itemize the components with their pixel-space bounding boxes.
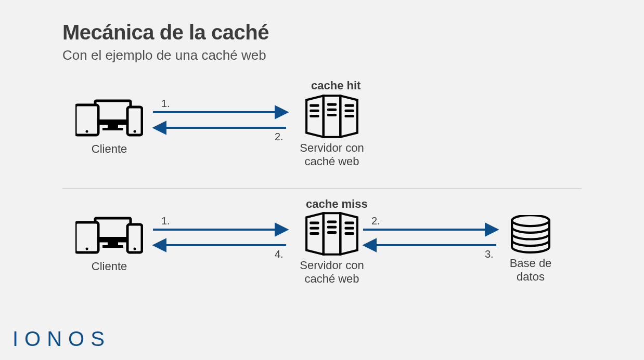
cache-miss-panel: cache miss Cliente Servidor con caché we…	[62, 189, 644, 309]
hit-step-1: 1.	[161, 98, 170, 110]
miss-step-3: 3.	[485, 248, 494, 260]
brand-logo: IONOS	[12, 327, 111, 351]
client-node-2: Cliente	[73, 215, 146, 273]
devices-icon	[75, 98, 143, 139]
server-node: Servidor con caché web	[290, 95, 373, 169]
db-label: Base de datos	[499, 257, 562, 284]
cache-miss-label: cache miss	[306, 197, 368, 211]
miss-arrows-right	[361, 222, 500, 254]
diagram-page: Mecánica de la caché Con el ejemplo de u…	[0, 0, 644, 360]
miss-step-1: 1.	[161, 215, 170, 227]
db-node: Base de datos	[499, 215, 562, 284]
page-subtitle: Con el ejemplo de una caché web	[62, 47, 644, 63]
server-label: Servidor con caché web	[290, 141, 373, 169]
client-label: Cliente	[73, 142, 146, 156]
cache-hit-label: cache hit	[311, 79, 360, 92]
server-icon	[303, 95, 360, 138]
hit-arrows	[151, 105, 290, 136]
hit-step-2: 2.	[275, 131, 284, 143]
miss-arrows-left	[151, 222, 290, 254]
cache-hit-panel: cache hit Cliente Servidor con caché web…	[62, 79, 644, 188]
database-icon	[511, 215, 550, 254]
client-node: Cliente	[73, 98, 146, 156]
devices-icon	[75, 215, 143, 257]
server-icon	[303, 212, 360, 256]
miss-step-2: 2.	[371, 215, 380, 227]
page-title: Mecánica de la caché	[62, 21, 644, 44]
client-label-2: Cliente	[73, 260, 146, 273]
server-label-2: Servidor con caché web	[290, 259, 373, 286]
miss-step-4: 4.	[275, 248, 284, 260]
